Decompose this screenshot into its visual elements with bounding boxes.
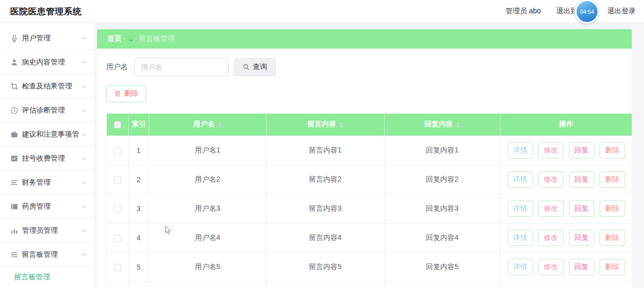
sort-icon[interactable] [456, 122, 460, 128]
row-checkbox[interactable] [114, 264, 121, 271]
delete-button[interactable]: 删除 [600, 201, 625, 217]
breadcrumb: 首页 → 留言板管理 [97, 29, 632, 49]
detail-button[interactable]: 详情 [508, 142, 533, 159]
sidebar-item-label: 评估诊断管理 [22, 106, 79, 115]
sidebar-item-medical-history[interactable]: 病史内容管理 [0, 51, 94, 75]
chevron-down-icon [80, 35, 87, 42]
timer-text: 04:54 [580, 9, 594, 15]
sidebar-item-label: 挂号收费管理 [22, 154, 79, 163]
sidebar-item-pharmacy[interactable]: 药房管理 [0, 195, 94, 219]
header-checkbox-cell [107, 114, 129, 136]
reply-button[interactable]: 回复 [569, 142, 594, 159]
cell-reply: 回复内容3 [385, 194, 500, 223]
table-row: 4 用户名4 留言内容4 回复内容4 详情 修改 回复 删除 [107, 223, 632, 252]
chevron-down-icon [80, 107, 87, 114]
header-reply[interactable]: 回复内容 [385, 114, 500, 136]
modify-button[interactable]: 修改 [538, 230, 564, 246]
chevron-down-icon [80, 131, 87, 138]
detail-button[interactable]: 详情 [508, 201, 533, 217]
toolbar-row: 删除 [106, 85, 623, 102]
cell-reply: 回复内容4 [385, 223, 500, 252]
sidebar: 用户管理 病史内容管理 检查及结果管理 评估诊断管理 [0, 23, 94, 288]
breadcrumb-current: 留言板管理 [139, 34, 175, 43]
search-field-label: 用户名 [106, 62, 128, 72]
cell-username: 用户名2 [149, 165, 267, 194]
header-message[interactable]: 留言内容 [267, 114, 385, 136]
reply-button[interactable]: 回复 [569, 259, 594, 275]
row-checkbox[interactable] [114, 176, 121, 184]
cell-index: 2 [129, 165, 149, 194]
cell-message: 留言内容5 [267, 252, 385, 281]
detail-button[interactable]: 详情 [508, 171, 533, 188]
row-checkbox[interactable] [114, 235, 121, 242]
modify-button[interactable]: 修改 [538, 171, 564, 188]
reply-button[interactable]: 回复 [569, 171, 594, 188]
sidebar-item-assessment-diagnosis[interactable]: 评估诊断管理 [0, 99, 94, 123]
sidebar-item-exam-results[interactable]: 检查及结果管理 [0, 75, 94, 99]
sidebar-item-user-management[interactable]: 用户管理 [0, 27, 94, 51]
chevron-down-icon [80, 83, 87, 90]
chevron-down-icon [80, 59, 87, 66]
select-all-checkbox[interactable] [114, 121, 121, 128]
reply-button[interactable]: 回复 [569, 201, 594, 217]
row-checkbox[interactable] [114, 206, 121, 213]
sidebar-item-label: 财务管理 [22, 178, 79, 187]
sidebar-item-label: 检查及结果管理 [22, 82, 79, 91]
content-card: 用户名 查询 删除 [97, 49, 632, 288]
table-row: 1 用户名1 留言内容1 回复内容1 详情 修改 回复 删除 [107, 136, 632, 165]
clock-icon [10, 106, 18, 115]
table-row: 2 用户名2 留言内容2 回复内容2 详情 修改 回复 删除 [107, 165, 632, 194]
sidebar-item-advice-notes[interactable]: 建议和注意事项管理 [0, 123, 94, 147]
delete-button[interactable]: 删除 [600, 171, 625, 188]
detail-button[interactable]: 详情 [508, 230, 533, 246]
sidebar-item-registration-fees[interactable]: 挂号收费管理 [0, 147, 94, 171]
modify-button[interactable]: 修改 [538, 201, 564, 217]
detail-button[interactable]: 详情 [508, 259, 533, 275]
top-header: 医院医患管理系统 管理员 abo 退出到前台 退出登录 [0, 0, 644, 23]
chevron-down-icon [80, 203, 87, 210]
cell-username: 用户名4 [149, 223, 267, 252]
sidebar-item-label: 建议和注意事项管理 [22, 130, 79, 139]
briefcase-icon [10, 130, 18, 139]
sidebar-subitem-label: 留言板管理 [14, 273, 50, 282]
cell-message: 留言内容3 [267, 194, 385, 223]
sort-icon[interactable] [339, 122, 343, 128]
sidebar-item-label: 管理员管理 [22, 226, 79, 235]
recording-timer-badge[interactable]: 04:54 [575, 0, 599, 24]
sidebar-item-message-board[interactable]: 留言板管理 [0, 243, 94, 267]
batch-delete-label: 删除 [124, 89, 138, 98]
trash-icon [114, 90, 121, 97]
delete-button[interactable]: 删除 [600, 230, 625, 246]
table-row [107, 281, 632, 288]
sidebar-item-label: 留言板管理 [22, 250, 79, 259]
microphone-icon [10, 34, 18, 42]
cell-reply [385, 281, 500, 288]
row-checkbox[interactable] [114, 147, 121, 154]
bar-chart-icon [10, 227, 18, 235]
cell-index [129, 281, 149, 288]
batch-delete-button[interactable]: 删除 [106, 85, 146, 102]
sidebar-item-label: 病史内容管理 [22, 58, 79, 67]
modify-button[interactable]: 修改 [538, 142, 564, 159]
search-icon [243, 63, 250, 71]
modify-button[interactable]: 修改 [538, 259, 564, 275]
reply-button[interactable]: 回复 [569, 230, 594, 246]
sort-icon[interactable] [218, 122, 222, 128]
cell-reply: 回复内容1 [385, 136, 500, 165]
sidebar-item-finance[interactable]: 财务管理 [0, 171, 94, 195]
sidebar-subitem-message-board[interactable]: 留言板管理 [0, 267, 94, 287]
query-button[interactable]: 查询 [234, 58, 276, 76]
header-username[interactable]: 用户名 [149, 114, 267, 136]
breadcrumb-home[interactable]: 首页 [107, 34, 122, 43]
header-index: 索引 [129, 114, 149, 136]
sidebar-item-admin-management[interactable]: 管理员管理 [0, 219, 94, 243]
delete-button[interactable]: 删除 [600, 259, 625, 275]
delete-button[interactable]: 删除 [600, 142, 625, 159]
message-board-table: 索引 用户名 留言内容 回复内容 操作 1 用户名1 留言内容1 回复内容1 详… [106, 114, 632, 288]
username-search-input[interactable] [134, 58, 229, 76]
chevron-down-icon [80, 227, 87, 234]
cell-index: 1 [129, 136, 149, 165]
page: 医院医患管理系统 管理员 abo 退出到前台 退出登录 04:54 用户管理 病… [0, 0, 644, 288]
logout-link[interactable]: 退出登录 [607, 7, 636, 16]
table-row: 5 用户名5 留言内容5 回复内容5 详情 修改 回复 删除 [107, 252, 632, 281]
